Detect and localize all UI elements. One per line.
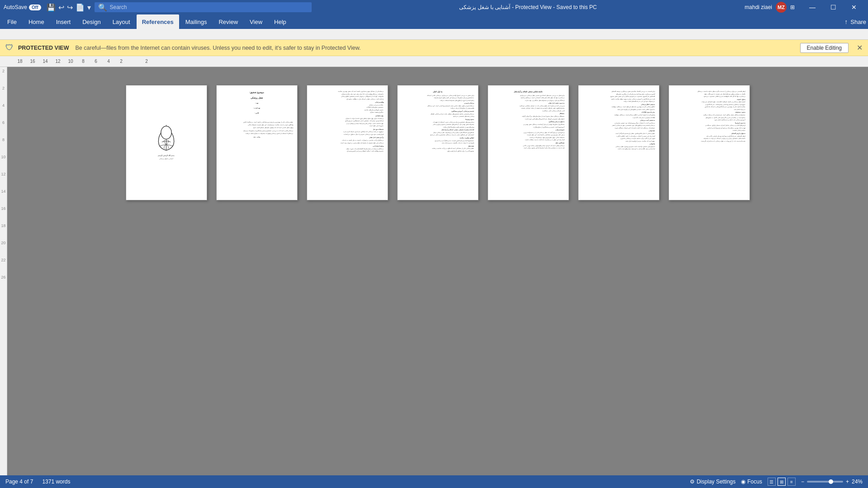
left-ruler-22: 22	[1, 258, 5, 262]
user-name: mahdi ziaei	[745, 4, 772, 10]
autosave-label: AutoSave	[4, 4, 27, 10]
maximize-button[interactable]: ☐	[823, 0, 844, 14]
read-view-button[interactable]: ≡	[787, 478, 796, 486]
doc-page-7: از نظر فلسفی می‌توان پزشکی را خدمت به آف…	[669, 85, 750, 200]
search-input[interactable]	[110, 4, 308, 10]
web-view-button[interactable]: ⊞	[778, 478, 786, 486]
left-ruler: 2 2 4 6 8 10 12 14 16 18 20 22 26	[0, 67, 7, 475]
left-ruler-16: 16	[1, 206, 5, 211]
focus-icon: ◉	[741, 479, 745, 485]
left-ruler-4: 4	[2, 103, 5, 108]
protected-bar: 🛡 PROTECTED VIEW Be careful—files from t…	[0, 40, 868, 56]
doc-page-2: موضوع تحقیق: شغل پزشکی تهیه : تهیه کننده…	[216, 85, 298, 200]
tab-view[interactable]: View	[244, 14, 268, 29]
left-ruler-20: 20	[1, 241, 5, 245]
zoom-percent: 24%	[852, 479, 863, 485]
enable-editing-button[interactable]: Enable Editing	[800, 43, 849, 53]
new-doc-icon[interactable]: 📄	[76, 3, 85, 12]
view-icons: ☰ ⊞ ≡	[768, 478, 796, 486]
shield-icon: 🛡	[5, 43, 14, 52]
zoom-slider-thumb	[829, 479, 833, 484]
svg-point-0	[161, 126, 171, 139]
layout-icon[interactable]: ⊞	[790, 4, 795, 10]
pages-strip: بسم الله الرحمن الرحيم آشنایی با شغل پزش…	[126, 85, 750, 200]
tab-references[interactable]: References	[137, 14, 179, 29]
left-ruler-18: 18	[1, 223, 5, 228]
doc-page-5: جامعه شناسی صنعتی: اهداف و آرام شغل در ا…	[488, 85, 569, 200]
left-ruler-14: 14	[1, 189, 5, 194]
protected-bar-close[interactable]: ✕	[857, 43, 863, 52]
doc-page-1: بسم الله الرحمن الرحيم آشنایی با شغل پزش…	[126, 85, 207, 200]
zoom-out-icon[interactable]: −	[801, 479, 804, 485]
doc-title: آشنایی با شغل پزشکی - Protected View - S…	[315, 4, 741, 10]
print-view-button[interactable]: ☰	[768, 478, 776, 486]
minimize-button[interactable]: —	[802, 0, 823, 14]
window-controls: — ☐ ✕	[802, 0, 864, 14]
tab-mailings[interactable]: Mailings	[180, 14, 213, 29]
word-count: 1371 words	[42, 479, 70, 485]
share-label[interactable]: Share	[850, 19, 866, 25]
left-ruler-6: 6	[2, 120, 5, 125]
protected-view-title: PROTECTED VIEW	[18, 45, 69, 51]
ruler: 18 16 14 12 10 8 6 4 2 2	[0, 56, 868, 67]
title-bar-search: 🔍	[95, 2, 312, 12]
tab-home[interactable]: Home	[23, 14, 50, 29]
doc-page-3: پزشک یکی از مشاغل مهم و حساس در جامعه اس…	[307, 85, 388, 200]
left-ruler-12: 12	[1, 172, 5, 176]
svg-text:بسم الله الرحمن الرحيم: بسم الله الرحمن الرحيم	[158, 154, 175, 156]
share-icon: ↑	[844, 18, 848, 25]
ribbon: File Home Insert Design Layout Reference…	[0, 14, 868, 40]
autosave-toggle[interactable]: Off	[29, 5, 41, 10]
display-settings[interactable]: ⚙ Display Settings	[690, 479, 735, 485]
protected-view-message: Be careful—files from the Internet can c…	[76, 45, 796, 51]
focus-button[interactable]: ◉ Focus	[741, 479, 762, 485]
tab-file[interactable]: File	[2, 14, 22, 29]
title-bar: AutoSave Off 💾 ↩ ↪ 📄 ▾ 🔍 آشنایی با شغل پ…	[0, 0, 868, 14]
ruler-num-18: 18	[14, 59, 26, 64]
autosave-area: AutoSave Off	[4, 4, 41, 10]
status-right: ⚙ Display Settings ◉ Focus ☰ ⊞ ≡ − + 24%	[690, 478, 863, 486]
tab-design[interactable]: Design	[77, 14, 106, 29]
search-input-wrap[interactable]: 🔍	[95, 2, 312, 12]
customize-icon[interactable]: ▾	[87, 3, 91, 12]
ribbon-content	[0, 29, 868, 40]
left-ruler-2b: 2	[2, 86, 5, 90]
zoom-area: − + 24%	[801, 479, 863, 485]
save-icon[interactable]: 💾	[47, 3, 56, 12]
doc-page-4: بند اول: اصلی در این بخش به بررسی اصول ا…	[397, 85, 479, 200]
left-ruler-8: 8	[2, 137, 5, 142]
title-tools: 💾 ↩ ↪ 📄 ▾	[47, 3, 91, 12]
doc-page-6: در این قسمت به بررسی اقتصاد سلامت و نقش …	[578, 85, 659, 200]
search-icon: 🔍	[98, 3, 107, 12]
tab-layout[interactable]: Layout	[107, 14, 136, 29]
user-area: mahdi ziaei MZ ⊞	[745, 2, 795, 13]
status-bar: Page 4 of 7 1371 words ⚙ Display Setting…	[0, 475, 868, 488]
page-info: Page 4 of 7	[5, 479, 33, 485]
page-logo: بسم الله الرحمن الرحيم آشنایی با شغل پزش…	[151, 120, 182, 166]
close-button[interactable]: ✕	[844, 0, 864, 14]
left-ruler-10: 10	[1, 155, 5, 159]
left-ruler-26: 26	[1, 275, 5, 280]
svg-text:آشنایی با شغل پزشکی: آشنایی با شغل پزشکی	[159, 157, 173, 159]
main-area: 2 2 4 6 8 10 12 14 16 18 20 22 26	[0, 67, 868, 475]
ruler-numbers: 18 16 14 12 10 8 6 4 2 2	[9, 56, 866, 67]
display-settings-icon: ⚙	[690, 479, 695, 485]
doc-area[interactable]: بسم الله الرحمن الرحيم آشنایی با شغل پزش…	[7, 67, 868, 475]
left-ruler-2a: 2	[2, 69, 5, 73]
zoom-in-icon[interactable]: +	[846, 479, 849, 485]
zoom-slider[interactable]	[807, 481, 843, 483]
ribbon-tabs: File Home Insert Design Layout Reference…	[0, 14, 868, 29]
tab-help[interactable]: Help	[269, 14, 292, 29]
user-avatar[interactable]: MZ	[776, 2, 787, 13]
undo-icon[interactable]: ↩	[58, 3, 64, 12]
tab-insert[interactable]: Insert	[51, 14, 76, 29]
redo-icon[interactable]: ↪	[67, 3, 73, 12]
tab-review[interactable]: Review	[213, 14, 243, 29]
